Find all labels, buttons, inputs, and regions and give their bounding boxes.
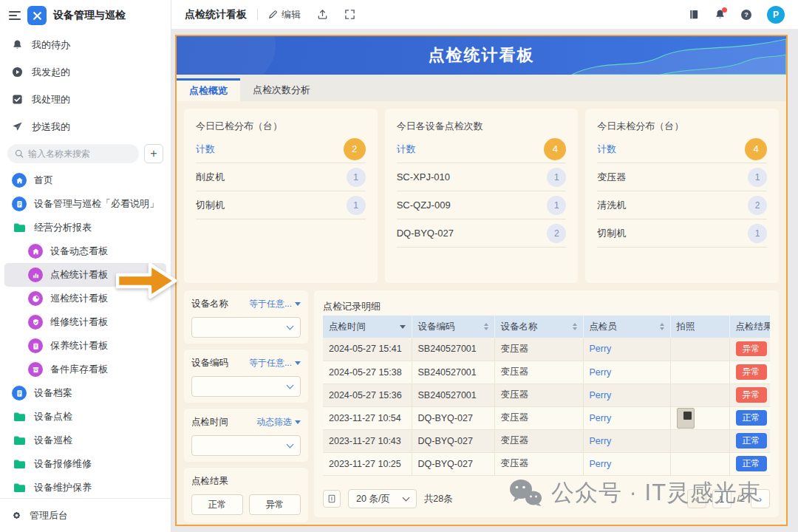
inspector-link[interactable]: Perry bbox=[590, 390, 612, 400]
sidebar-item-8[interactable]: 备件库存看板 bbox=[4, 358, 166, 381]
stat-row-label: 削皮机 bbox=[196, 171, 225, 184]
filter-head: 点检结果 bbox=[191, 475, 301, 488]
column-header-4: 拍照 bbox=[670, 316, 729, 338]
filter-mode-link[interactable]: 动态筛选 bbox=[256, 416, 301, 429]
filter-select[interactable] bbox=[191, 317, 301, 338]
fullscreen-icon[interactable] bbox=[344, 9, 355, 20]
inspector-link[interactable]: Perry bbox=[590, 367, 612, 378]
tab-inspection-overview[interactable]: 点检概览 bbox=[177, 78, 240, 101]
sidebar-item-4-selected[interactable]: 点检统计看板 bbox=[4, 263, 166, 287]
photo-thumbnail[interactable] bbox=[677, 408, 695, 429]
stat-row: 计数4 bbox=[397, 135, 567, 163]
box-icon bbox=[28, 362, 43, 377]
inspector-link[interactable]: Perry bbox=[590, 436, 612, 446]
result-option-0[interactable]: 正常 bbox=[191, 494, 243, 515]
next-page-button[interactable]: › bbox=[751, 489, 770, 508]
sidebar-item-1[interactable]: 设备管理与巡检「必看说明」 bbox=[4, 192, 166, 216]
inspector-link[interactable]: Perry bbox=[590, 344, 612, 354]
sidebar-quick-item-1[interactable]: 我发起的 bbox=[0, 58, 171, 86]
dashboard-title: 点检统计看板 bbox=[429, 44, 535, 66]
inspector-link[interactable]: Perry bbox=[590, 413, 612, 423]
table-row-1: 2024-05-27 15:38SB240527001变压器Perry异常 bbox=[323, 361, 770, 383]
filter-label: 点检时间 bbox=[191, 416, 228, 429]
stat-row-count-badge: 1 bbox=[347, 196, 366, 215]
stat-row-label[interactable]: 计数 bbox=[397, 143, 416, 156]
manual-book-icon[interactable] bbox=[688, 9, 700, 20]
stat-row-label[interactable]: 计数 bbox=[597, 143, 616, 156]
sidebar-item-2[interactable]: 经营分析报表 bbox=[4, 216, 166, 239]
column-header-0[interactable]: 点检时间 bbox=[323, 316, 412, 338]
sidebar-item-admin-backend[interactable]: 管理后台 bbox=[0, 498, 171, 532]
column-label: 点检结果 bbox=[736, 321, 771, 333]
sidebar-search-box[interactable] bbox=[7, 144, 139, 163]
pagination-controls: ‹ 1 /2 › bbox=[687, 489, 770, 508]
search-icon bbox=[15, 149, 24, 158]
pagination-view-toggle-icon[interactable] bbox=[323, 490, 341, 508]
sidebar-item-3[interactable]: 设备动态看板 bbox=[4, 239, 166, 263]
sidebar-item-9[interactable]: 设备档案 bbox=[4, 381, 166, 405]
filter-select[interactable] bbox=[191, 435, 301, 456]
notifications-bell-icon[interactable] bbox=[715, 9, 726, 20]
stat-card-1: 今日各设备点检次数计数4SC-XPJ-0101SC-QZJ-0091DQ-BYQ… bbox=[385, 109, 579, 283]
share-icon[interactable] bbox=[317, 9, 328, 20]
sidebar-item-label: 设备管理与巡检「必看说明」 bbox=[34, 197, 159, 211]
prev-page-button[interactable]: ‹ bbox=[687, 489, 706, 508]
filter-label: 设备编码 bbox=[191, 357, 228, 369]
sidebar-quick-item-0[interactable]: 我的待办 bbox=[0, 31, 171, 58]
sidebar-item-10[interactable]: 设备点检 bbox=[4, 405, 166, 429]
filter-head: 设备名称等于任意... bbox=[191, 298, 301, 310]
filter-select[interactable] bbox=[191, 376, 301, 397]
cell-name: 变压器 bbox=[494, 452, 583, 475]
tab-inspection-count-analysis[interactable]: 点检次数分析 bbox=[240, 78, 323, 101]
sidebar-item-6[interactable]: 维修统计看板 bbox=[4, 310, 166, 334]
filter-mode-link[interactable]: 等于任意... bbox=[249, 357, 301, 369]
quick-item-label: 抄送我的 bbox=[32, 120, 70, 134]
page-size-select[interactable]: 20 条/页 bbox=[348, 489, 417, 508]
help-icon[interactable]: ? bbox=[740, 9, 752, 21]
chart-bar-icon bbox=[28, 267, 43, 282]
cell-result: 正常 bbox=[729, 406, 770, 429]
stat-row-label: 清洗机 bbox=[597, 199, 626, 212]
sort-icon bbox=[484, 323, 488, 330]
add-button[interactable]: + bbox=[144, 144, 163, 163]
sidebar-item-7[interactable]: 保养统计看板 bbox=[4, 334, 166, 358]
stat-row-count-badge: 2 bbox=[547, 224, 566, 243]
sidebar-item-13[interactable]: 设备维护保养 bbox=[4, 476, 166, 498]
column-header-3[interactable]: 点检员 bbox=[583, 316, 670, 338]
column-header-2[interactable]: 设备名称 bbox=[494, 316, 583, 338]
result-option-1[interactable]: 异常 bbox=[249, 494, 301, 515]
filter-column: 设备名称等于任意...设备编码等于任意...点检时间动态筛选点检结果正常异常 bbox=[184, 290, 308, 517]
banner-decor-waves bbox=[550, 36, 786, 75]
sidebar-item-5[interactable]: 巡检统计看板 bbox=[4, 287, 166, 310]
shield-icon bbox=[28, 315, 43, 330]
column-header-1[interactable]: 设备编码 bbox=[412, 316, 494, 338]
sidebar-quick-item-3[interactable]: 抄送我的 bbox=[0, 113, 171, 140]
cell-code: SB240527001 bbox=[412, 338, 494, 361]
sidebar-item-0[interactable]: 首页 bbox=[4, 168, 166, 192]
cell-result: 异常 bbox=[729, 361, 770, 383]
bell-icon bbox=[11, 38, 24, 51]
cell-photo bbox=[670, 406, 729, 429]
stat-row-label: SC-QZJ-009 bbox=[397, 200, 451, 211]
sidebar-item-11[interactable]: 设备巡检 bbox=[4, 429, 166, 452]
divider bbox=[257, 9, 258, 20]
collapse-sidebar-icon[interactable] bbox=[9, 11, 21, 20]
current-page-button[interactable]: 1 bbox=[712, 489, 732, 508]
filter-group-3: 点检结果正常异常 bbox=[184, 468, 308, 522]
sidebar-quick-item-2[interactable]: 我处理的 bbox=[0, 86, 171, 113]
inspector-link[interactable]: Perry bbox=[590, 459, 612, 469]
stat-row-count-badge: 2 bbox=[344, 138, 366, 160]
sidebar-item-label: 经营分析报表 bbox=[34, 221, 92, 234]
edit-button[interactable]: 编辑 bbox=[268, 8, 301, 21]
sidebar-search-row: + bbox=[0, 140, 171, 167]
sidebar-search-input[interactable] bbox=[28, 149, 132, 159]
chevron-down-icon bbox=[287, 323, 294, 330]
send-icon bbox=[11, 120, 24, 133]
folder-icon bbox=[12, 458, 27, 470]
stat-row-label[interactable]: 计数 bbox=[196, 143, 215, 156]
stat-row: 削皮机1 bbox=[196, 163, 366, 191]
filter-mode-link[interactable]: 等于任意... bbox=[249, 298, 301, 310]
dashboard-tabs: 点检概览 点检次数分析 bbox=[177, 75, 786, 101]
sidebar-item-12[interactable]: 设备报修维修 bbox=[4, 452, 166, 476]
user-avatar[interactable]: P bbox=[767, 6, 785, 24]
